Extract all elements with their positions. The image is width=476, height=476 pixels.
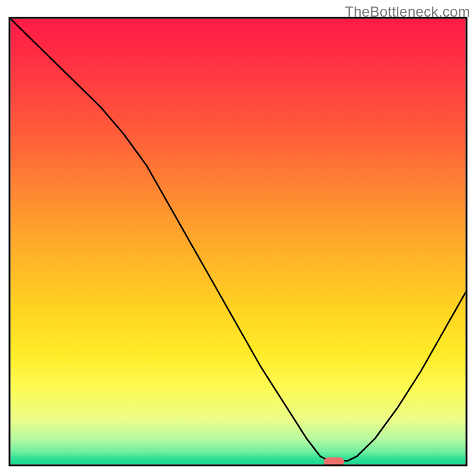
watermark-text: TheBottleneck.com [345, 4, 470, 20]
bottleneck-chart [0, 0, 476, 476]
chart-stage: TheBottleneck.com [0, 0, 476, 476]
